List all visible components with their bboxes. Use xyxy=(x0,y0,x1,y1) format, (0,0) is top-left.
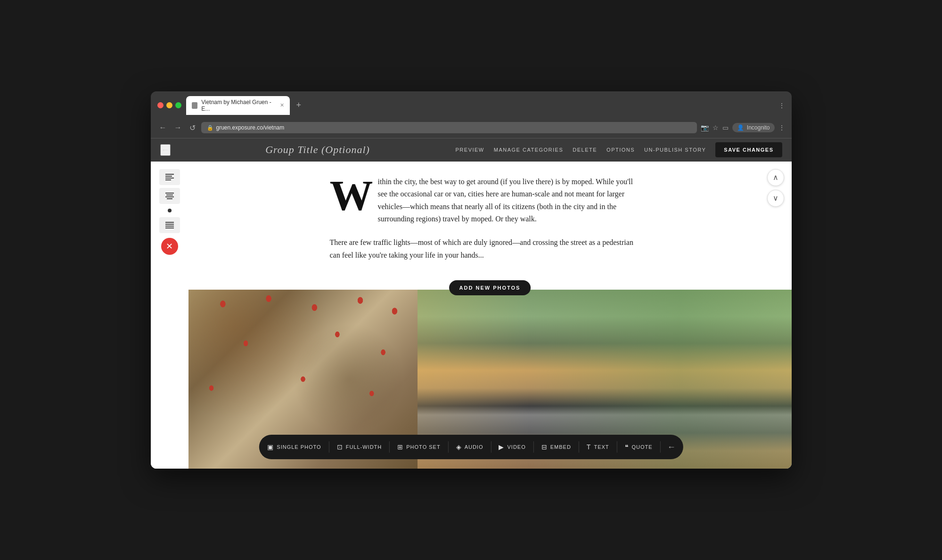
toolbar-video[interactable]: ▶ VIDEO xyxy=(492,439,532,454)
svg-rect-11 xyxy=(165,227,174,228)
toolbar-single-photo[interactable]: ▣ SINGLE PHOTO xyxy=(261,439,328,454)
bottom-toolbar: ▣ SINGLE PHOTO ⊡ FULL-WIDTH ⊞ PHOTO SET … xyxy=(259,435,683,459)
svg-rect-6 xyxy=(165,196,174,197)
manage-categories-nav-item[interactable]: MANAGE CATEGORIES xyxy=(494,147,564,153)
sidebar-toggle-icon[interactable]: ▭ xyxy=(722,124,729,131)
svg-rect-1 xyxy=(165,176,172,177)
align-justify-icon xyxy=(165,221,174,229)
toolbar-separator-3 xyxy=(448,441,449,453)
text-icon: T xyxy=(587,443,591,451)
camera-off-icon: 📷 xyxy=(701,124,709,131)
photo-set-label: PHOTO SET xyxy=(406,444,440,450)
add-new-photos-button[interactable]: ADD NEW PHOTOS xyxy=(449,280,531,295)
toolbar-separator-7 xyxy=(617,441,617,453)
back-nav-button[interactable]: ← xyxy=(157,122,169,134)
delete-nav-item[interactable]: DELETE xyxy=(573,147,597,153)
browser-window: Vietnam by Michael Gruen - E... ✕ + ⋮ ← … xyxy=(151,91,792,469)
text-align-justify-button[interactable] xyxy=(159,217,180,233)
svg-rect-10 xyxy=(165,226,174,227)
maximize-traffic-light[interactable] xyxy=(175,102,181,108)
new-tab-button[interactable]: + xyxy=(293,98,305,112)
scroll-down-button[interactable]: ∨ xyxy=(767,190,784,207)
svg-rect-3 xyxy=(165,179,171,180)
quote-label: QUOTE xyxy=(632,444,653,450)
toolbar-embed[interactable]: ⊟ EMBED xyxy=(535,439,578,454)
tab-close-btn[interactable]: ✕ xyxy=(280,102,284,108)
video-label: VIDEO xyxy=(507,444,525,450)
svg-rect-0 xyxy=(165,174,174,175)
forward-nav-button[interactable]: → xyxy=(172,122,184,134)
toolbar-full-width[interactable]: ⊡ FULL-WIDTH xyxy=(330,439,389,454)
toolbar-text[interactable]: T TEXT xyxy=(580,439,616,454)
align-center-icon xyxy=(165,192,174,200)
browser-chrome: Vietnam by Michael Gruen - E... ✕ + ⋮ ← … xyxy=(151,91,792,138)
toolbar-audio[interactable]: ◈ AUDIO xyxy=(450,439,490,454)
menu-icon[interactable]: ⋮ xyxy=(778,124,785,131)
toolbar-separator-5 xyxy=(533,441,534,453)
main-content: ✕ W ithin the city, the best way to get … xyxy=(151,162,792,469)
svg-rect-5 xyxy=(166,195,173,195)
browser-actions: ⋮ xyxy=(778,102,785,109)
toolbar-separator-4 xyxy=(491,441,491,453)
quote-icon: ❝ xyxy=(625,443,629,451)
single-photo-icon: ▣ xyxy=(267,443,274,451)
tab-title: Vietnam by Michael Gruen - E... xyxy=(201,99,274,112)
toolbar-quote[interactable]: ❝ QUOTE xyxy=(618,439,659,454)
embed-icon: ⊟ xyxy=(541,443,548,451)
browser-top-bar: Vietnam by Michael Gruen - E... ✕ + ⋮ xyxy=(157,96,785,115)
right-controls: ∧ ∨ xyxy=(767,169,784,207)
toolbar-photo-set[interactable]: ⊞ PHOTO SET xyxy=(391,439,447,454)
text-align-center-button[interactable] xyxy=(159,188,180,204)
svg-rect-2 xyxy=(165,178,174,179)
toolbar-separator-8 xyxy=(660,441,661,453)
header-back-button[interactable]: ← xyxy=(160,144,171,156)
delete-icon: ✕ xyxy=(166,241,173,252)
full-width-label: FULL-WIDTH xyxy=(346,444,382,450)
minimize-traffic-light[interactable] xyxy=(166,102,172,108)
audio-icon: ◈ xyxy=(456,443,462,451)
drop-cap-letter: W xyxy=(330,176,373,226)
scroll-up-button[interactable]: ∧ xyxy=(767,169,784,186)
close-traffic-light[interactable] xyxy=(157,102,164,108)
left-sidebar: ✕ xyxy=(151,162,188,469)
audio-label: AUDIO xyxy=(465,444,483,450)
preview-nav-item[interactable]: PREVIEW xyxy=(456,147,484,153)
photo-set-icon: ⊞ xyxy=(397,443,403,451)
svg-rect-8 xyxy=(165,222,174,223)
active-tab[interactable]: Vietnam by Michael Gruen - E... ✕ xyxy=(186,96,290,115)
article-paragraph-2: There are few traffic lights—most of whi… xyxy=(330,236,641,261)
text-align-left-button[interactable] xyxy=(159,169,180,185)
article-paragraph-1: ithin the city, the best way to get arou… xyxy=(378,176,641,226)
sidebar-indicator-dot xyxy=(168,209,172,212)
address-bar-row: ← → ↺ 🔒 gruen.exposure.co/vietnam 📷 ☆ ▭ … xyxy=(157,119,785,138)
unpublish-nav-item[interactable]: UN-PUBLISH STORY xyxy=(644,147,706,153)
embed-label: EMBED xyxy=(550,444,571,450)
options-nav-item[interactable]: OPTIONS xyxy=(606,147,635,153)
delete-block-button[interactable]: ✕ xyxy=(161,238,178,255)
toolbar-back-button[interactable]: ← xyxy=(662,438,681,456)
svg-rect-4 xyxy=(165,193,174,194)
drop-cap-paragraph: W ithin the city, the best way to get ar… xyxy=(330,176,641,226)
incognito-label: Incognito xyxy=(747,124,770,131)
header-nav: PREVIEW MANAGE CATEGORIES DELETE OPTIONS… xyxy=(456,142,782,157)
save-changes-button[interactable]: SAVE CHANGES xyxy=(715,142,782,157)
page-title: Group Title (Optional) xyxy=(180,144,456,156)
full-width-icon: ⊡ xyxy=(337,443,343,451)
more-options-icon[interactable]: ⋮ xyxy=(778,102,785,109)
text-label: TEXT xyxy=(594,444,609,450)
refresh-nav-button[interactable]: ↺ xyxy=(188,122,197,134)
lock-icon: 🔒 xyxy=(207,125,213,131)
traffic-lights xyxy=(157,102,181,108)
bookmark-icon[interactable]: ☆ xyxy=(713,124,719,131)
address-bar[interactable]: 🔒 gruen.exposure.co/vietnam xyxy=(201,122,697,133)
align-left-icon xyxy=(165,173,174,181)
single-photo-label: SINGLE PHOTO xyxy=(277,444,321,450)
incognito-badge: 👤 Incognito xyxy=(732,123,775,132)
content-area: W ithin the city, the best way to get ar… xyxy=(151,162,792,469)
toolbar-separator-6 xyxy=(579,441,579,453)
app-header: ← Group Title (Optional) PREVIEW MANAGE … xyxy=(151,138,792,162)
tab-bar: Vietnam by Michael Gruen - E... ✕ + xyxy=(186,96,774,115)
toolbar-separator-1 xyxy=(329,441,329,453)
video-icon: ▶ xyxy=(499,443,504,451)
toolbar-separator-2 xyxy=(389,441,390,453)
